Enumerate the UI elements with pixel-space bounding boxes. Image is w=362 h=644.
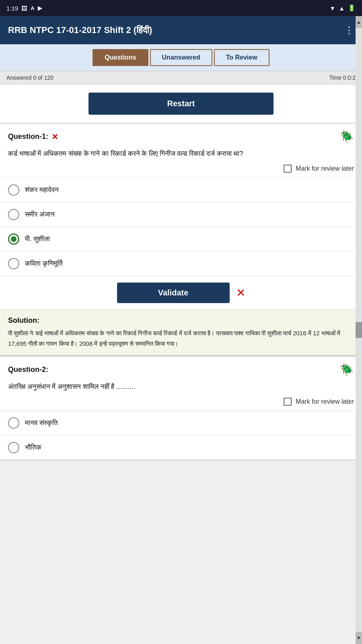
play-icon: ▶ <box>38 4 43 12</box>
question-1-header: Question-1: ✕ 🪲 <box>0 124 362 147</box>
question-1-title: Question-1: ✕ <box>8 132 58 142</box>
radio-q1-c <box>8 233 19 245</box>
battery-icon: 🔋 <box>348 4 356 12</box>
question-1-block: Question-1: ✕ 🪲 कर्ड भाषाओं में अधिकतम स… <box>0 124 362 357</box>
option-q1-b[interactable]: समीर अंजान <box>0 202 362 227</box>
more-options-icon[interactable]: ⋮ <box>344 25 354 36</box>
option-text-q1-b: समीर अंजान <box>25 211 55 219</box>
review-label-q2: Mark for review later <box>296 398 354 405</box>
option-q1-a[interactable]: शंकर महादेवन <box>0 178 362 202</box>
solution-text-q1: पी सुशीला ने कई भाषाओं में अधिकतम संख्या… <box>8 328 354 349</box>
scroll-up-arrow[interactable]: ▲ <box>356 16 362 28</box>
review-row-q1: Mark for review later <box>0 163 362 178</box>
timer: Time 0:0:2 <box>329 74 356 81</box>
question-1-text: कर्ड भाषाओं में अधिकतम संख्या के गाने का… <box>0 147 362 163</box>
validate-wrong-icon: ✕ <box>236 286 245 299</box>
bug-icon-q2[interactable]: 🪲 <box>340 363 354 376</box>
solution-title-q1: Solution: <box>8 316 354 325</box>
scroll-down-arrow[interactable]: ▼ <box>356 632 362 644</box>
photo-icon: 🖼 <box>21 5 27 12</box>
radio-q1-d <box>8 258 19 269</box>
question-1-number: Question-1: <box>8 132 48 141</box>
question-2-number: Question-2: <box>8 365 48 374</box>
option-q1-d[interactable]: कविता कृणिमूर्ति <box>0 251 362 276</box>
radio-q2-b <box>8 442 19 453</box>
status-time: 1:19 <box>6 5 18 12</box>
validate-row: Validate ✕ <box>0 276 362 310</box>
radio-q1-a <box>8 184 19 196</box>
option-text-q1-c: पी. सुशीला <box>25 235 50 243</box>
option-q2-a[interactable]: मानव संस्कृति <box>0 411 362 435</box>
question-1-wrong-icon: ✕ <box>51 132 58 142</box>
status-left: 1:19 🖼 A ▶ <box>6 4 43 12</box>
signal-icon: ▲ <box>339 5 345 12</box>
option-q1-c[interactable]: पी. सुशीला <box>0 227 362 251</box>
app-title: RRB NTPC 17-01-2017 Shift 2 (हिंदी) <box>8 25 152 35</box>
restart-button[interactable]: Restart <box>88 93 274 115</box>
review-checkbox-q2[interactable] <box>284 398 292 406</box>
question-2-text: अंतरिक्ष अनुसंधान में अनुशासन शामिल नहीं… <box>0 380 362 396</box>
tab-to-review[interactable]: To Review <box>214 49 269 66</box>
question-2-header: Question-2: 🪲 <box>0 357 362 380</box>
content-area: Restart Question-1: ✕ 🪲 कर्ड भाषाओं में … <box>0 85 362 460</box>
bug-icon-q1[interactable]: 🪲 <box>340 130 354 143</box>
radio-q1-b <box>8 209 19 220</box>
tab-unanswered[interactable]: Unanswered <box>150 49 212 66</box>
answered-count: Answered 0 of 120 <box>6 74 53 81</box>
a-icon: A <box>31 5 34 11</box>
scrollbar-track: ▲ ▼ <box>356 16 362 644</box>
question-2-block: Question-2: 🪲 अंतरिक्ष अनुसंधान में अनुश… <box>0 357 362 460</box>
review-checkbox-q1[interactable] <box>284 165 292 173</box>
status-right: ▼ ▲ 🔋 <box>329 4 356 12</box>
solution-block-q1: Solution: पी सुशीला ने कई भाषाओं में अधि… <box>0 310 362 356</box>
wifi-icon: ▼ <box>329 5 335 12</box>
status-bar: 1:19 🖼 A ▶ ▼ ▲ 🔋 <box>0 0 362 16</box>
validate-button[interactable]: Validate <box>117 283 230 303</box>
scrollbar-thumb[interactable] <box>356 322 362 338</box>
restart-section: Restart <box>0 85 362 124</box>
tab-questions[interactable]: Questions <box>93 49 148 66</box>
progress-bar: Answered 0 of 120 Time 0:0:2 <box>0 71 362 85</box>
option-text-q2-b: भौतिक <box>25 444 41 452</box>
review-row-q2: Mark for review later <box>0 396 362 411</box>
option-q2-b[interactable]: भौतिक <box>0 435 362 460</box>
option-text-q1-d: कविता कृणिमूर्ति <box>25 260 63 268</box>
review-label-q1: Mark for review later <box>296 165 354 172</box>
app-bar: RRB NTPC 17-01-2017 Shift 2 (हिंदी) ⋮ <box>0 16 362 44</box>
question-2-title: Question-2: <box>8 365 48 374</box>
radio-q2-a <box>8 417 19 429</box>
tab-bar: Questions Unanswered To Review <box>0 44 362 71</box>
option-text-q2-a: मानव संस्कृति <box>25 419 58 427</box>
radio-q1-c-inner <box>11 236 16 242</box>
option-text-q1-a: शंकर महादेवन <box>25 186 59 194</box>
